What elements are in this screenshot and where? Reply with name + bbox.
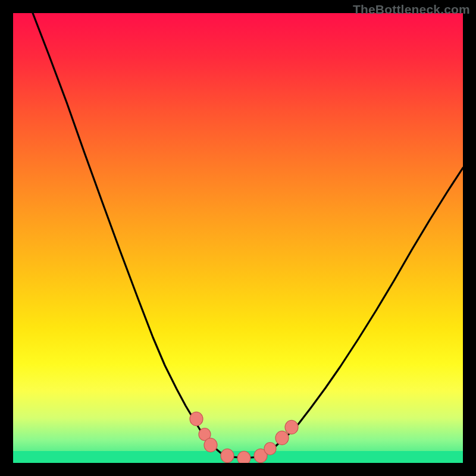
outer-frame: TheBottleneck.com [0, 0, 476, 476]
curve-marker [190, 412, 203, 425]
bottleneck-curve [33, 13, 463, 458]
curve-marker [264, 443, 276, 455]
chart-svg [13, 13, 463, 463]
curve-marker [204, 438, 217, 452]
curve-marker [237, 451, 250, 463]
curve-marker [275, 431, 289, 444]
watermark-label: TheBottleneck.com [353, 2, 470, 17]
chart-plot-area [13, 13, 463, 463]
curve-marker [221, 449, 234, 462]
curve-marker [285, 420, 298, 434]
